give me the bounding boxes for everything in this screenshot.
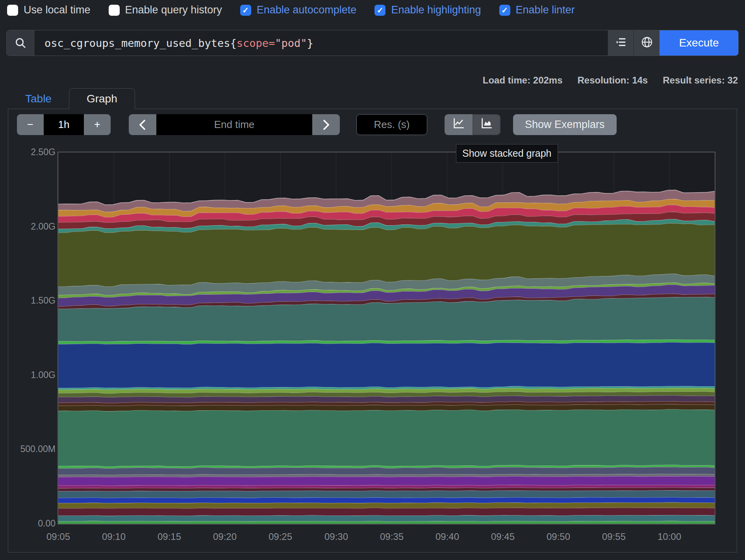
x-tick-label: 09:05 <box>46 531 70 542</box>
options-row: Use local time Enable query history Enab… <box>7 4 575 16</box>
option-enable-query-history[interactable]: Enable query history <box>109 4 222 16</box>
graph-type-toggle <box>445 114 500 135</box>
checkbox-checked-icon[interactable] <box>374 5 385 16</box>
option-enable-highlighting[interactable]: Enable highlighting <box>374 4 481 16</box>
stacked-graph-tooltip: Show stacked graph <box>456 144 558 163</box>
y-tick-label: 0.00 <box>16 518 56 529</box>
decrease-range-button[interactable]: − <box>17 114 44 135</box>
indent-list-icon <box>615 36 627 50</box>
resolution-input[interactable] <box>356 114 427 135</box>
x-axis: 09:0509:1009:1509:2009:2509:3009:3509:40… <box>58 529 715 541</box>
line-graph-button[interactable] <box>445 114 473 135</box>
y-tick-label: 2.00G <box>16 221 56 232</box>
series-band[interactable] <box>58 476 715 486</box>
chevron-right-icon[interactable] <box>312 114 340 135</box>
query-stats: Load time: 202ms Resolution: 14s Result … <box>483 75 738 86</box>
x-tick-label: 09:35 <box>380 531 404 542</box>
x-tick-label: 09:55 <box>602 531 626 542</box>
option-enable-linter[interactable]: Enable linter <box>499 4 575 16</box>
option-enable-autocomplete[interactable]: Enable autocomplete <box>240 4 357 16</box>
series-band[interactable] <box>58 490 715 498</box>
load-time: Load time: 202ms <box>483 75 563 86</box>
end-time-input[interactable] <box>156 114 312 135</box>
x-tick-label: 09:50 <box>547 531 570 542</box>
query-segment: scope <box>237 37 269 49</box>
tab-graph[interactable]: Graph <box>69 88 135 109</box>
result-series: Result series: 32 <box>663 75 738 86</box>
graph-controls: − + <box>17 114 617 135</box>
option-label: Enable highlighting <box>391 4 481 16</box>
x-tick-label: 09:40 <box>436 531 459 542</box>
graph-panel: − + <box>8 109 737 553</box>
series-band[interactable] <box>58 342 715 388</box>
globe-icon <box>641 36 653 50</box>
execute-button[interactable]: Execute <box>660 30 738 56</box>
prometheus-expression-browser: Use local time Enable query history Enab… <box>0 0 745 560</box>
tab-table[interactable]: Table <box>8 88 69 109</box>
series-band[interactable] <box>58 409 715 466</box>
series-band[interactable] <box>58 503 715 508</box>
increase-range-button[interactable]: + <box>84 114 111 135</box>
chevron-left-icon[interactable] <box>129 114 156 135</box>
option-label: Use local time <box>24 4 91 16</box>
query-bar: osc_cgroups_memory_used_bytes{scope="pod… <box>6 30 739 56</box>
tabs: Table Graph <box>8 88 737 109</box>
range-input[interactable] <box>44 114 84 135</box>
y-tick-label: 500.00M <box>16 444 56 454</box>
series-band[interactable] <box>58 515 715 521</box>
option-use-local-time[interactable]: Use local time <box>7 4 91 16</box>
checkbox-checked-icon[interactable] <box>499 5 510 16</box>
x-tick-label: 10:00 <box>658 531 681 542</box>
y-tick-label: 1.50G <box>16 295 56 306</box>
y-tick-label: 2.50G <box>16 147 56 158</box>
query-segment: } <box>307 37 313 49</box>
range-stepper: − + <box>17 114 111 135</box>
series-band[interactable] <box>58 497 715 503</box>
metrics-explorer-button[interactable] <box>608 30 634 56</box>
query-segment: osc_cgroups_memory_used_bytes{ <box>44 37 237 49</box>
checkbox-checked-icon[interactable] <box>240 5 251 16</box>
checkbox-unchecked-icon[interactable] <box>109 5 120 16</box>
line-chart-icon <box>452 117 465 133</box>
x-tick-label: 09:20 <box>213 531 237 542</box>
globe-button[interactable] <box>634 30 660 56</box>
x-tick-label: 09:10 <box>102 531 126 542</box>
option-label: Enable query history <box>125 4 222 16</box>
show-exemplars-button[interactable]: Show Exemplars <box>513 114 617 135</box>
query-segment: = <box>269 37 275 49</box>
x-tick-label: 09:25 <box>269 531 292 542</box>
y-tick-label: 1.00G <box>16 370 56 380</box>
query-input[interactable]: osc_cgroups_memory_used_bytes{scope="pod… <box>34 30 608 56</box>
option-label: Enable autocomplete <box>257 4 357 16</box>
resolution: Resolution: 14s <box>578 75 648 86</box>
checkbox-unchecked-icon[interactable] <box>7 5 18 16</box>
x-tick-label: 09:45 <box>491 531 515 542</box>
stacked-area-chart[interactable] <box>57 152 715 525</box>
x-tick-label: 09:30 <box>324 531 348 542</box>
series-band[interactable] <box>58 508 715 516</box>
query-segment: "pod" <box>275 37 307 49</box>
end-time-picker <box>129 114 340 135</box>
x-tick-label: 09:15 <box>158 531 181 542</box>
stacked-chart-icon <box>480 117 493 133</box>
search-icon <box>7 30 34 56</box>
option-label: Enable linter <box>516 4 575 16</box>
stacked-graph-button[interactable] <box>473 114 500 135</box>
